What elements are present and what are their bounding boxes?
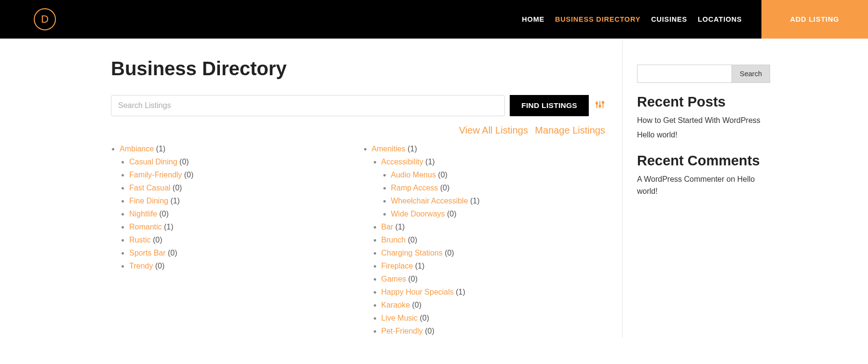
listing-links-row: View All Listings Manage Listings — [111, 125, 605, 136]
category-link[interactable]: Brunch — [381, 236, 406, 244]
category-item: Wide Doorways (0) — [391, 208, 606, 220]
svg-point-4 — [599, 105, 601, 107]
category-link[interactable]: Live Music — [381, 314, 418, 322]
category-link[interactable]: Sports Bar — [129, 249, 166, 257]
category-link[interactable]: Charging Stations — [381, 249, 443, 257]
category-count: (0) — [150, 236, 162, 244]
recent-post-link[interactable]: How to Get Started With WordPress — [637, 116, 760, 124]
category-item: Live Music (0) — [381, 312, 606, 324]
category-link[interactable]: Bar — [381, 223, 393, 231]
categories-col1: Ambiance (1)Casual Dining (0)Family-Frie… — [111, 142, 353, 338]
nav-home[interactable]: Home — [522, 15, 544, 23]
sidebar-search: Search — [637, 65, 767, 83]
recent-posts-list: How to Get Started With WordPress Hello … — [637, 115, 767, 141]
recent-comments-title: Recent Comments — [637, 153, 767, 169]
category-item: Casual Dining (0) — [129, 156, 353, 168]
category-link[interactable]: Wheelchair Accessible — [391, 197, 468, 205]
site-header: D Home Business Directory Cuisines Locat… — [0, 0, 868, 39]
page-container: Business Directory Find Listings View Al… — [101, 39, 767, 338]
category-count: (1) — [423, 158, 435, 166]
category-link[interactable]: Karaoke — [381, 301, 410, 309]
category-link[interactable]: Pet-Friendly — [381, 327, 423, 335]
category-link[interactable]: Casual Dining — [129, 158, 177, 166]
category-item: Trendy (0) — [129, 260, 353, 272]
manage-listings-link[interactable]: Manage Listings — [535, 125, 605, 135]
sidebar: Search Recent Posts How to Get Started W… — [622, 40, 767, 338]
category-count: (0) — [153, 262, 164, 270]
category-item: Brunch (0) — [381, 234, 606, 246]
main-content: Business Directory Find Listings View Al… — [101, 58, 622, 338]
category-link[interactable]: Ramp Access — [391, 184, 438, 192]
category-count: (0) — [423, 327, 434, 335]
category-item: Happy Hour Specials (1) — [381, 286, 606, 298]
categories: Ambiance (1)Casual Dining (0)Family-Frie… — [111, 142, 605, 338]
nav-business-directory[interactable]: Business Directory — [555, 15, 640, 23]
recent-posts-title: Recent Posts — [637, 94, 767, 110]
category-item: Audio Menus (0) — [391, 169, 606, 181]
category-link[interactable]: Trendy — [129, 262, 153, 270]
category-count: (1) — [406, 145, 417, 153]
page-title: Business Directory — [111, 58, 605, 80]
category-count: (1) — [413, 262, 424, 270]
category-item: Fast Casual (0) — [129, 182, 353, 194]
category-count: (0) — [410, 301, 421, 309]
category-sublist: Accessibility (1)Audio Menus (0)Ramp Acc… — [372, 156, 606, 337]
category-link[interactable]: Accessibility — [381, 158, 423, 166]
category-link[interactable]: Rustic — [129, 236, 150, 244]
sidebar-search-button[interactable]: Search — [732, 65, 770, 83]
main-nav: Home Business Directory Cuisines Locatio… — [522, 15, 761, 23]
add-listing-button[interactable]: Add Listing — [761, 0, 868, 39]
category-link[interactable]: Fireplace — [381, 262, 413, 270]
category-link[interactable]: Romantic — [129, 223, 162, 231]
search-input[interactable] — [111, 95, 505, 116]
category-count: (0) — [418, 314, 429, 322]
category-link[interactable]: Wide Doorways — [391, 210, 445, 218]
comment-author: A WordPress Commenter — [637, 175, 724, 183]
comment-on-text: on — [724, 175, 737, 183]
category-list: Ambiance (1)Casual Dining (0)Family-Frie… — [111, 143, 353, 272]
category-link[interactable]: Nightlife — [129, 210, 157, 218]
category-link[interactable]: Family-Friendly — [129, 171, 182, 179]
filter-icon[interactable] — [595, 99, 605, 112]
logo-letter: D — [41, 13, 49, 26]
category-count: (0) — [166, 249, 177, 257]
category-count: (0) — [438, 184, 449, 192]
category-count: (1) — [393, 223, 405, 231]
category-item: Wheelchair Accessible (1) — [391, 195, 606, 207]
category-count: (0) — [406, 275, 418, 283]
category-link[interactable]: Happy Hour Specials — [381, 288, 454, 296]
nav-locations[interactable]: Locations — [698, 15, 742, 23]
logo[interactable]: D — [34, 8, 56, 30]
category-link[interactable]: Ambiance — [120, 145, 154, 153]
category-link[interactable]: Audio Menus — [391, 171, 436, 179]
category-count: (1) — [168, 197, 180, 205]
category-item: Pet-Friendly (0) — [381, 325, 606, 337]
nav-cuisines[interactable]: Cuisines — [651, 15, 687, 23]
category-item: Romantic (1) — [129, 221, 353, 233]
category-count: (0) — [406, 236, 417, 244]
category-link[interactable]: Games — [381, 275, 407, 283]
category-link[interactable]: Fast Casual — [129, 184, 170, 192]
category-count: (1) — [154, 145, 165, 153]
category-sublist: Casual Dining (0)Family-Friendly (0)Fast… — [120, 156, 353, 272]
category-count: (0) — [170, 184, 182, 192]
category-count: (0) — [157, 210, 169, 218]
category-count: (0) — [436, 171, 448, 179]
svg-point-3 — [596, 102, 598, 104]
category-count: (1) — [162, 223, 174, 231]
category-count: (0) — [177, 158, 189, 166]
sidebar-search-input[interactable] — [637, 65, 732, 83]
category-item: Fireplace (1) — [381, 260, 606, 272]
category-link[interactable]: Fine Dining — [129, 197, 168, 205]
category-item: Charging Stations (0) — [381, 247, 606, 259]
category-count: (0) — [445, 210, 457, 218]
category-item: Karaoke (0) — [381, 299, 606, 311]
category-item: Rustic (0) — [129, 234, 353, 246]
find-listings-button[interactable]: Find Listings — [510, 95, 589, 116]
view-all-listings-link[interactable]: View All Listings — [459, 125, 528, 135]
recent-post-link[interactable]: Hello world! — [637, 131, 678, 139]
category-item: Bar (1) — [381, 221, 606, 233]
category-link[interactable]: Amenities — [372, 145, 406, 153]
category-item: Fine Dining (1) — [129, 195, 353, 207]
category-sublist: Audio Menus (0)Ramp Access (0)Wheelchair… — [381, 169, 606, 220]
